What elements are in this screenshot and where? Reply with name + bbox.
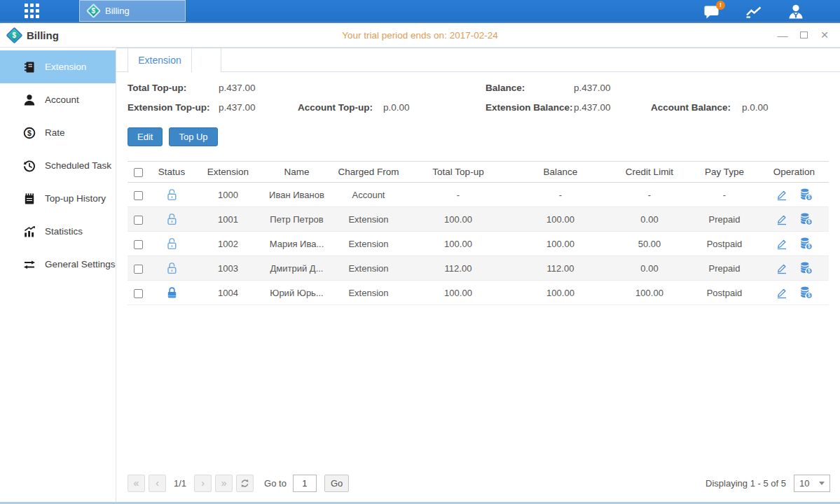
tab-extension[interactable]: Extension (128, 48, 192, 72)
lock-status-icon[interactable] (166, 188, 178, 199)
column-header-operation: Operation (759, 162, 829, 183)
top-up-icon[interactable]: $ (799, 286, 813, 299)
sidebar: Extension Account $ Rate (0, 48, 116, 502)
account-topup-value: p.0.00 (383, 102, 486, 113)
cell-extension: 1000 (195, 183, 261, 207)
cell-name: Иван Иванов (261, 183, 332, 207)
go-button[interactable]: Go (324, 475, 349, 492)
cell-total-topup: 100.00 (405, 207, 511, 232)
cell-charged-from: Extension (332, 256, 405, 281)
cell-pay-type: Postpaid (689, 232, 759, 256)
lock-status-icon[interactable] (166, 213, 178, 223)
main-content: Extension Total Top-up: p.437.00 Extensi… (116, 48, 840, 502)
next-page-button[interactable]: › (194, 475, 212, 492)
goto-page-input[interactable] (293, 475, 317, 492)
cell-balance: 100.00 (511, 207, 610, 232)
edit-icon[interactable] (776, 238, 788, 250)
close-icon[interactable]: × (819, 29, 830, 41)
sidebar-item-label: Extension (45, 62, 86, 72)
sidebar-item-scheduled-task[interactable]: Scheduled Task (0, 149, 116, 182)
row-checkbox[interactable] (134, 216, 143, 225)
account-balance-label: Account Balance: (651, 102, 742, 113)
user-account-icon[interactable] (787, 4, 805, 20)
pagination-bar: « ‹ 1/1 › » Go to Go (116, 468, 840, 502)
column-header-total-topup: Total Top-up (405, 162, 511, 183)
edit-icon[interactable] (776, 287, 788, 299)
rate-icon: $ (23, 127, 36, 139)
cell-total-topup: - (405, 183, 511, 207)
prev-page-button[interactable]: ‹ (149, 475, 166, 492)
cell-total-topup: 100.00 (405, 281, 511, 305)
extension-icon (23, 61, 36, 74)
column-header-charged-from: Charged From (332, 162, 405, 183)
extension-topup-value: p.437.00 (219, 102, 298, 113)
window-title: Billing (27, 29, 59, 41)
general-settings-icon (23, 258, 36, 271)
taskbar-tab-billing[interactable]: $ Billing (79, 0, 186, 22)
column-header-pay-type: Pay Type (689, 162, 759, 183)
sidebar-item-statistics[interactable]: Statistics (0, 215, 116, 248)
first-page-button[interactable]: « (128, 475, 145, 492)
svg-text:$: $ (808, 293, 811, 298)
row-checkbox[interactable] (134, 191, 143, 200)
page-size-select[interactable]: 10 (794, 475, 830, 492)
maximize-icon[interactable] (798, 29, 809, 41)
edit-button[interactable]: Edit (128, 127, 163, 146)
cell-pay-type: Prepaid (689, 256, 759, 281)
column-header-status: Status (149, 162, 195, 183)
top-up-icon[interactable]: $ (799, 213, 813, 225)
balance-value: p.437.00 (574, 83, 651, 93)
resource-monitor-icon[interactable] (745, 4, 763, 20)
extension-topup-label: Extension Top-up: (128, 102, 219, 113)
svg-text:$: $ (27, 128, 32, 136)
lock-status-icon[interactable] (166, 262, 178, 272)
cell-pay-type: - (689, 183, 759, 207)
cell-extension: 1003 (195, 256, 261, 281)
sidebar-item-general-settings[interactable]: General Settings (0, 248, 116, 281)
sidebar-item-account[interactable]: Account (0, 83, 116, 116)
column-header-extension: Extension (195, 162, 261, 183)
edit-icon[interactable] (776, 262, 788, 274)
row-checkbox[interactable] (134, 289, 143, 298)
billing-app-icon: $ (86, 4, 101, 18)
cell-name: Мария Ива... (261, 232, 332, 256)
billing-window-icon: $ (6, 27, 22, 43)
account-icon (23, 94, 36, 106)
top-up-icon[interactable]: $ (799, 262, 813, 274)
cell-extension: 1001 (195, 207, 261, 232)
cell-charged-from: Extension (332, 232, 405, 256)
cell-total-topup: 112.00 (405, 256, 511, 281)
sidebar-item-topup-history[interactable]: Top-up History (0, 182, 116, 215)
cell-pay-type: Prepaid (689, 207, 759, 232)
table-row: 1002Мария Ива...Extension100.00100.0050.… (128, 232, 829, 256)
column-header-balance: Balance (511, 162, 610, 183)
sidebar-item-extension[interactable]: Extension (0, 50, 116, 83)
edit-icon[interactable] (776, 214, 788, 225)
top-up-icon[interactable]: $ (799, 237, 813, 250)
table-row: 1004Юрий Юрь...Extension100.00100.00100.… (128, 281, 829, 305)
lock-status-icon[interactable] (166, 237, 178, 248)
select-all-checkbox[interactable] (134, 168, 143, 177)
table-row: 1000Иван ИвановAccount----$ (128, 183, 829, 207)
top-up-icon[interactable]: $ (799, 188, 813, 201)
edit-icon[interactable] (776, 189, 788, 201)
refresh-icon[interactable] (236, 475, 254, 492)
cell-credit-limit: 0.00 (610, 207, 689, 232)
goto-label: Go to (264, 478, 287, 489)
row-checkbox[interactable] (134, 240, 143, 249)
top-up-button[interactable]: Top Up (169, 127, 217, 146)
last-page-button[interactable]: » (215, 475, 233, 492)
minimize-icon[interactable]: — (777, 29, 788, 41)
notifications-icon[interactable]: ! (703, 4, 721, 20)
lock-status-icon[interactable] (166, 286, 178, 297)
trial-notice: Your trial period ends on: 2017-02-24 (0, 30, 840, 41)
extension-balance-value: p.437.00 (574, 102, 651, 113)
extensions-table: Status Extension Name Charged From Total… (128, 161, 829, 305)
sidebar-item-rate[interactable]: $ Rate (0, 116, 116, 149)
top-navigation-bar: $ Billing ! (0, 0, 840, 23)
cell-pay-type: Postpaid (689, 281, 759, 305)
cell-balance: 100.00 (511, 281, 610, 305)
sidebar-item-label: General Settings (45, 259, 116, 270)
app-grid-icon[interactable] (25, 4, 39, 18)
row-checkbox[interactable] (134, 265, 143, 274)
